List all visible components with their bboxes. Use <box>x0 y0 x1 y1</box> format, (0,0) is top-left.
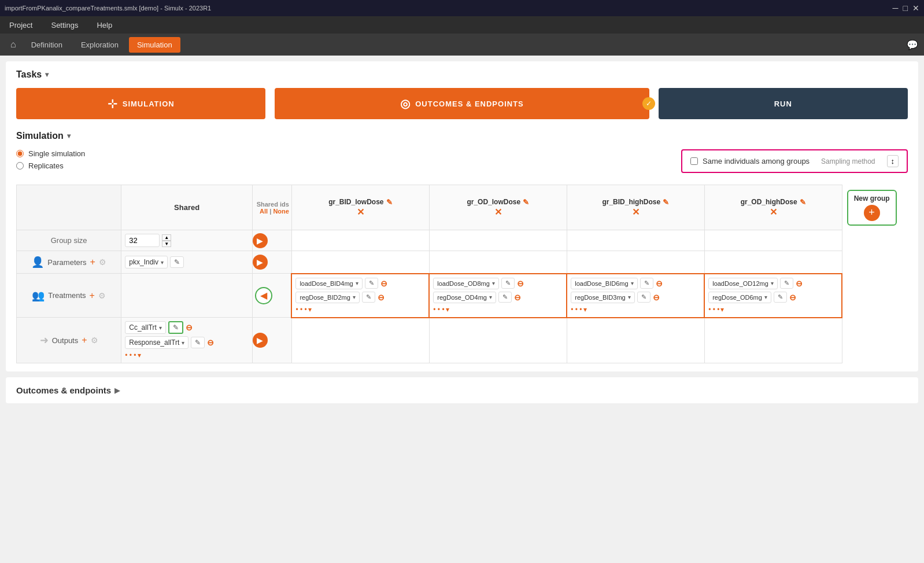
group-0-delete-icon[interactable]: ✕ <box>357 207 364 217</box>
output-dropdown-0[interactable]: Cc_allTrt ▾ <box>125 321 166 334</box>
outputs-forward-arrow[interactable]: ▶ <box>253 333 268 348</box>
close-btn[interactable]: ✕ <box>912 3 919 13</box>
group-size-forward-arrow[interactable]: ▶ <box>253 233 268 248</box>
group-2-name: gr_BID_highDose <box>602 198 660 206</box>
new-group-button[interactable]: New group + <box>847 190 897 226</box>
treatment-g1-dropdown-1[interactable]: regDose_OD4mg ▾ <box>433 292 496 303</box>
treatment-g3-edit-1[interactable]: ✎ <box>774 292 787 303</box>
minimize-btn[interactable]: ─ <box>893 3 899 13</box>
window-controls[interactable]: ─ □ ✕ <box>893 3 919 13</box>
outputs-add-icon[interactable]: + <box>82 335 87 345</box>
group-1-del: ✕ <box>433 207 563 218</box>
treatment-g1-more[interactable]: • • • ▾ <box>433 306 563 314</box>
treatment-g3-remove-0[interactable]: ⊖ <box>796 279 803 288</box>
treatment-g3-dropdown-0[interactable]: loadDose_OD12mg ▾ <box>708 278 778 289</box>
group-0-edit-icon[interactable]: ✎ <box>386 198 393 207</box>
treatment-g0-dropdown-0[interactable]: loadDose_BID4mg ▾ <box>295 278 362 289</box>
outcomes-arrow[interactable]: ▶ <box>114 387 120 395</box>
treatment-g2-remove-1[interactable]: ⊖ <box>653 293 660 302</box>
treatment-g1-edit-0[interactable]: ✎ <box>501 278 515 289</box>
group-2-delete-icon[interactable]: ✕ <box>632 207 640 217</box>
simulation-task-button[interactable]: ⊹ SIMULATION <box>16 88 265 119</box>
treatment-g0-remove-0[interactable]: ⊖ <box>380 279 387 288</box>
treatment-g3-edit-0[interactable]: ✎ <box>780 278 793 289</box>
group-3-edit-icon[interactable]: ✎ <box>800 198 806 207</box>
row-header-empty <box>17 185 121 230</box>
same-individuals-checkbox-label[interactable]: Same individuals among groups <box>690 157 810 165</box>
output-remove-0[interactable]: ⊖ <box>186 323 193 332</box>
single-simulation-radio[interactable]: Single simulation <box>16 149 85 158</box>
treatment-g0-item-1: regDose_BID2mg ▾ ✎ ⊖ <box>295 292 425 303</box>
treatments-add-icon[interactable]: + <box>90 290 95 301</box>
treatment-g3-item-0: loadDose_OD12mg ▾ ✎ ⊖ <box>708 278 838 289</box>
maximize-btn[interactable]: □ <box>903 3 908 13</box>
new-group-plus-icon: + <box>864 205 880 221</box>
group-1-delete-icon[interactable]: ✕ <box>494 207 502 217</box>
treatment-g1-dropdown-0[interactable]: loadDose_OD8mg ▾ <box>433 278 499 289</box>
tab-exploration[interactable]: Exploration <box>73 37 127 53</box>
group-size-down[interactable]: ▼ <box>162 241 171 247</box>
treatment-g2-edit-0[interactable]: ✎ <box>640 278 653 289</box>
simulation-dropdown-arrow[interactable]: ▾ <box>67 132 71 140</box>
treatment-g1-remove-0[interactable]: ⊖ <box>517 279 524 288</box>
treatment-g1-remove-1[interactable]: ⊖ <box>514 293 521 302</box>
outputs-settings-icon[interactable]: ⚙ <box>91 336 98 345</box>
treatment-g1-value-0: loadDose_OD8mg <box>437 280 490 287</box>
treatment-g2-remove-0[interactable]: ⊖ <box>656 279 663 288</box>
parameters-extra <box>842 251 907 274</box>
menu-project[interactable]: Project <box>6 19 36 32</box>
group-size-input[interactable] <box>125 234 160 247</box>
run-button[interactable]: RUN <box>659 88 908 119</box>
outputs-more[interactable]: • • • ▾ <box>125 351 249 359</box>
menu-help[interactable]: Help <box>93 19 116 32</box>
treatment-g0-edit-1[interactable]: ✎ <box>362 292 375 303</box>
home-button[interactable]: ⌂ <box>6 37 21 52</box>
group-size-g0 <box>291 230 429 251</box>
group-2-edit-icon[interactable]: ✎ <box>663 198 669 207</box>
chat-icon[interactable]: 💬 <box>907 39 918 50</box>
parameters-settings-icon[interactable]: ⚙ <box>99 257 106 267</box>
output-edit-1[interactable]: ✎ <box>191 337 205 348</box>
menu-settings[interactable]: Settings <box>47 19 82 32</box>
shared-col-header: Shared <box>121 185 253 230</box>
parameters-forward-arrow[interactable]: ▶ <box>253 255 268 270</box>
treatment-g3-remove-1[interactable]: ⊖ <box>789 293 796 302</box>
outcomes-task-button[interactable]: ◎ OUTCOMES & ENDPOINTS <box>275 88 649 119</box>
group-size-up[interactable]: ▲ <box>162 234 171 241</box>
none-link[interactable]: None <box>273 208 289 215</box>
treatments-settings-icon[interactable]: ⚙ <box>98 291 106 300</box>
group-1-name: gr_OD_lowDose <box>467 198 520 206</box>
tasks-dropdown-arrow[interactable]: ▾ <box>45 71 49 79</box>
group-header-0: gr_BID_lowDose ✎ ✕ <box>291 185 429 230</box>
tab-simulation[interactable]: Simulation <box>129 37 180 53</box>
treatments-back-arrow-btn[interactable]: ◀ <box>255 287 272 304</box>
treatment-g0-remove-1[interactable]: ⊖ <box>378 293 385 302</box>
parameters-label: Parameters <box>47 258 86 267</box>
treatment-g3-dropdown-1[interactable]: regDose_OD6mg ▾ <box>708 292 771 303</box>
treatment-g2-dropdown-0[interactable]: loadDose_BID6mg ▾ <box>571 278 637 289</box>
title-bar-text: importFromPKanalix_compareTreatments.sml… <box>5 5 211 12</box>
replicates-radio[interactable]: Replicates <box>16 161 85 170</box>
tab-definition[interactable]: Definition <box>23 37 71 53</box>
parameters-add-icon[interactable]: + <box>90 257 95 267</box>
title-bar: importFromPKanalix_compareTreatments.sml… <box>0 0 924 16</box>
treatment-g2-more[interactable]: • • • ▾ <box>571 306 700 314</box>
parameters-dropdown[interactable]: pkx_Indiv ▾ <box>125 256 168 268</box>
treatment-g3-more[interactable]: • • • ▾ <box>708 306 838 314</box>
sampling-method-label: Sampling method <box>821 157 875 165</box>
same-individuals-checkbox[interactable] <box>690 157 698 165</box>
group-1-edit-icon[interactable]: ✎ <box>523 198 529 207</box>
group-3-delete-icon[interactable]: ✕ <box>770 207 777 217</box>
treatment-g0-edit-0[interactable]: ✎ <box>365 278 378 289</box>
output-dropdown-1[interactable]: Response_allTrt ▾ <box>125 336 189 349</box>
treatment-g2-edit-1[interactable]: ✎ <box>637 292 651 303</box>
treatment-g0-dropdown-1[interactable]: regDose_BID2mg ▾ <box>295 292 359 303</box>
all-link[interactable]: All <box>260 208 268 215</box>
treatment-g0-more[interactable]: • • • ▾ <box>295 306 425 314</box>
treatment-g1-edit-1[interactable]: ✎ <box>498 292 512 303</box>
treatment-g2-dropdown-1[interactable]: regDose_BID3mg ▾ <box>571 292 634 303</box>
parameters-edit-btn[interactable]: ✎ <box>170 256 184 268</box>
output-remove-1[interactable]: ⊖ <box>207 338 214 347</box>
output-edit-0[interactable]: ✎ <box>168 321 183 334</box>
sampling-method-dropdown[interactable]: ↕ <box>887 155 899 167</box>
